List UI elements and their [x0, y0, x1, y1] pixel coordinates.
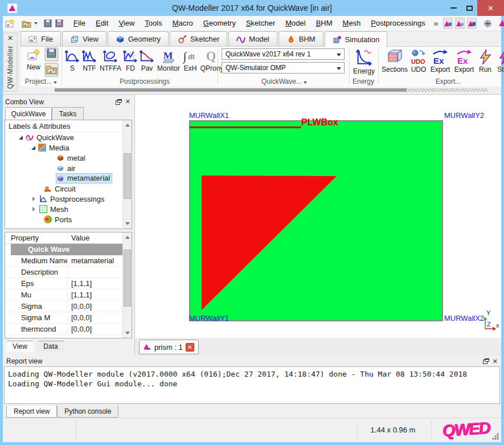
ribbon-tab-file[interactable]: File	[21, 31, 61, 46]
ribbon-scrollbar[interactable]	[21, 88, 501, 92]
tab-view[interactable]: View	[5, 341, 35, 352]
property-row-thermcond[interactable]: thermcond [0,0,0]	[5, 324, 132, 335]
save-project-button[interactable]	[44, 47, 59, 62]
property-row-sigma[interactable]: Sigma [0,0,0]	[5, 301, 132, 312]
menu-postprocessings[interactable]: Postprocessings	[366, 17, 430, 30]
expander-closed-icon[interactable]	[32, 207, 35, 211]
qw-export-icon[interactable]	[467, 18, 477, 29]
expander-closed-icon[interactable]	[32, 197, 35, 201]
property-row-mu[interactable]: Mu [1,1,1]	[5, 289, 132, 301]
property-row-description[interactable]: Description	[5, 267, 132, 278]
scroll-up-icon[interactable]	[125, 124, 130, 126]
engine-select[interactable]: QuickWave v2017 x64 rev 1	[222, 48, 345, 60]
tree-item-air[interactable]: air	[5, 163, 132, 173]
open-dropdown-icon[interactable]	[34, 22, 38, 25]
ribbon-scrollbar-thumb[interactable]	[55, 88, 407, 92]
tree-scrollbar-thumb[interactable]	[124, 153, 131, 199]
qw-view-icon[interactable]	[443, 18, 453, 29]
new-project-icon[interactable]	[5, 18, 15, 29]
ribbon-tab-simulation[interactable]: Simulation	[325, 31, 388, 47]
web-icon[interactable]	[483, 18, 492, 29]
property-row-sigma-m[interactable]: Sigma M [0,0,0]	[5, 312, 132, 324]
simulator-select[interactable]: QW-Simulator OMP	[222, 62, 345, 74]
tab-tasks[interactable]: Tasks	[52, 107, 84, 120]
ribbon-close-icon[interactable]: ✕	[7, 33, 13, 46]
property-row-eps[interactable]: Eps [1,1,1]	[5, 278, 132, 289]
tree-item-circuit[interactable]: Circuit	[5, 183, 132, 194]
ribbon-tab-bhm[interactable]: BHM	[278, 31, 323, 46]
ribbon-tab-model[interactable]: Model	[228, 31, 277, 46]
menu-tools[interactable]: Tools	[140, 17, 167, 30]
ribbon-tab-view[interactable]: View	[62, 31, 106, 46]
maximize-button[interactable]	[461, 0, 477, 16]
close-panel-icon[interactable]: ✕	[493, 358, 498, 365]
tree-item-ports[interactable]: Ports	[5, 214, 132, 224]
menu-bhm[interactable]: BHM	[311, 17, 338, 30]
report-header[interactable]: Report view ✕	[3, 356, 501, 366]
menu-model[interactable]: Model	[280, 17, 310, 30]
menu-file[interactable]: File	[68, 17, 91, 30]
tab-quickwave[interactable]: QuickWave	[5, 107, 52, 120]
save-icon[interactable]	[43, 18, 52, 29]
titlebar[interactable]: QW-Modeller 2017 x64 for QuickWave [in a…	[0, 0, 504, 16]
qw-view2-icon[interactable]	[455, 18, 465, 29]
close-button[interactable]: ✕	[477, 0, 504, 16]
new-project-button[interactable]: New	[25, 49, 42, 71]
open-project-icon[interactable]	[22, 18, 31, 29]
pp-s-button[interactable]: S	[65, 49, 80, 72]
quickwave-group-label[interactable]: QuickWave...	[222, 77, 347, 85]
property-scrollbar[interactable]	[122, 232, 132, 338]
tab-python-console[interactable]: Python console	[57, 406, 118, 418]
udo-button[interactable]: UDO UDO	[409, 49, 428, 74]
viewport-canvas[interactable]: PLWBox MURWallX1 MURWallY2 MURWallY1 MUR…	[134, 95, 501, 338]
combo-view-header[interactable]: Combo View ✕	[3, 96, 133, 107]
menu-macro[interactable]: Macro	[167, 17, 198, 30]
energy-button[interactable]: Energy	[352, 48, 376, 75]
save-all-icon[interactable]	[55, 18, 64, 29]
open-project-button[interactable]	[44, 63, 59, 77]
run-button[interactable]: Run	[477, 49, 494, 74]
start-button[interactable]: Start	[495, 49, 504, 74]
close-document-icon[interactable]: ✕	[186, 343, 194, 352]
menubar-overflow-chevron[interactable]: »	[431, 19, 442, 28]
pp-monitor-button[interactable]: M Monitor	[156, 49, 181, 72]
document-tab-prism[interactable]: prism : 1 ✕	[139, 340, 199, 354]
menu-mesh[interactable]: Mesh	[338, 17, 366, 30]
expander-open-icon[interactable]	[19, 136, 23, 140]
tree-scrollbar[interactable]	[122, 120, 132, 228]
pp-ntffa-button[interactable]: NTFFA	[99, 49, 122, 72]
menu-edit[interactable]: Edit	[91, 17, 113, 30]
pp-fd-button[interactable]: FD	[123, 49, 138, 72]
ribbon-tab-sketcher[interactable]: Sketcher	[170, 31, 227, 46]
project-group-label[interactable]: Project...	[21, 77, 62, 85]
pp-exh-button[interactable]: ∫dt ExH	[182, 49, 198, 72]
tree-item-postprocessings[interactable]: Postprocessings	[5, 194, 132, 204]
minimize-button[interactable]	[445, 0, 461, 16]
tree-item-metal[interactable]: metal	[5, 153, 132, 163]
property-scrollbar-thumb[interactable]	[124, 250, 131, 307]
scroll-up-icon[interactable]	[125, 236, 130, 239]
float-panel-icon[interactable]	[116, 99, 122, 105]
menu-geometry[interactable]: Geometry	[198, 17, 241, 30]
sections-button[interactable]: Sections	[381, 49, 408, 74]
menu-view[interactable]: View	[113, 17, 140, 30]
pp-pav-button[interactable]: Pav	[139, 49, 155, 72]
property-row-medium-name[interactable]: Medium Name metamaterial	[5, 255, 132, 267]
scroll-down-icon[interactable]	[125, 222, 130, 225]
tree-item-mesh[interactable]: Mesh	[5, 204, 132, 214]
tree-item-metamaterial[interactable]: metamaterial	[5, 173, 132, 183]
pp-qprony-button[interactable]: Q QProny	[199, 49, 224, 72]
expander-open-icon[interactable]	[31, 146, 35, 150]
resize-grip[interactable]	[492, 433, 499, 440]
prism-triangle[interactable]	[202, 175, 337, 310]
float-panel-icon[interactable]	[483, 358, 489, 364]
tab-report-view[interactable]: Report view	[6, 406, 57, 418]
close-panel-icon[interactable]: ✕	[125, 98, 130, 105]
pp-ntf-button[interactable]: NTF	[81, 49, 98, 72]
tree-item-quickwave[interactable]: QW QuickWave	[5, 132, 132, 142]
tree-item-media[interactable]: Media	[5, 142, 132, 153]
scroll-down-icon[interactable]	[125, 332, 130, 334]
report-log[interactable]: Loading QW-Modeller module (v2017.0000 x…	[4, 366, 500, 404]
qw-modeller-icon[interactable]	[499, 18, 504, 29]
export-alt-button[interactable]: Ex Export	[453, 49, 476, 74]
